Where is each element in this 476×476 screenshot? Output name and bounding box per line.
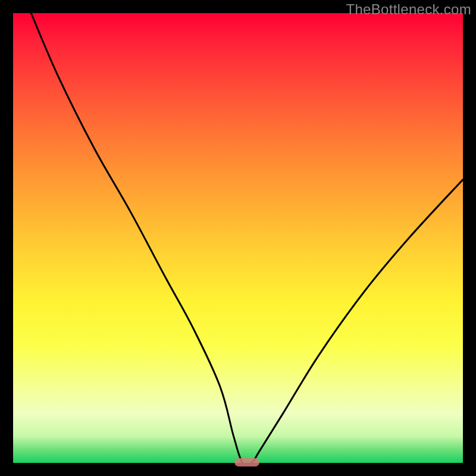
- chart-frame: TheBottleneck.com: [0, 0, 476, 476]
- watermark-text: TheBottleneck.com: [346, 1, 471, 18]
- bottleneck-curve: [13, 13, 463, 463]
- plot-area: [13, 13, 463, 463]
- minimum-marker: [234, 458, 259, 466]
